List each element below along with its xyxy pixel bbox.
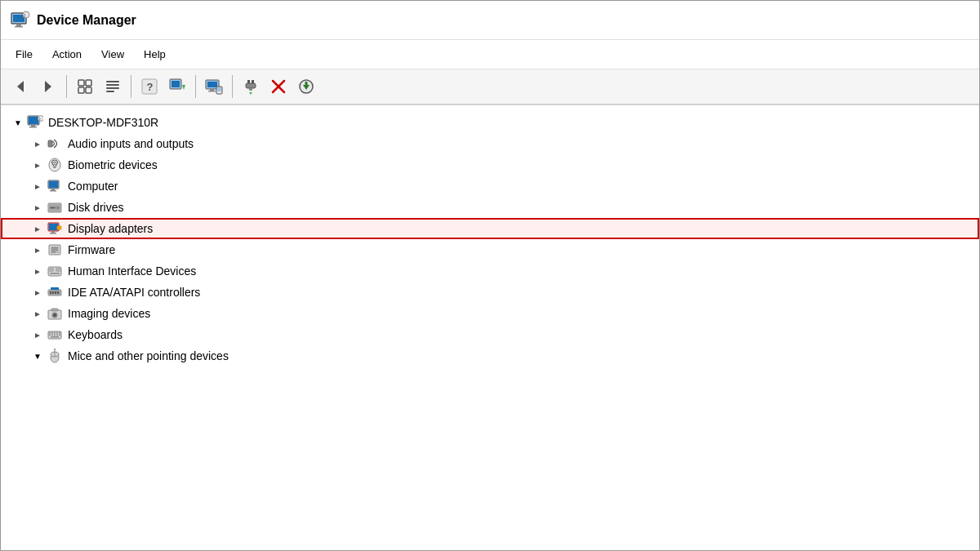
svg-rect-43 (48, 140, 52, 147)
svg-rect-58 (58, 227, 60, 229)
svg-rect-63 (51, 251, 56, 253)
svg-rect-61 (51, 247, 58, 249)
svg-rect-86 (51, 335, 53, 336)
root-expand-icon: ▼ (11, 115, 25, 130)
svg-rect-73 (57, 291, 59, 294)
svg-rect-90 (51, 336, 59, 338)
keyboard-icon (47, 327, 63, 343)
add-hardware-button[interactable] (238, 73, 264, 100)
svg-rect-30 (249, 88, 252, 91)
tree-item-keyboards[interactable]: ► Keyboards (1, 324, 979, 345)
hid-expand-icon: ► (30, 264, 45, 278)
svg-rect-67 (50, 273, 60, 274)
svg-text:?: ? (147, 81, 154, 93)
show-devices-button[interactable] (201, 73, 227, 100)
computer-expand-icon: ► (30, 179, 45, 193)
tree-item-diskdrives[interactable]: ► Disk drives (1, 197, 979, 218)
mice-expand-icon: ▼ (30, 349, 45, 363)
audio-label: Audio inputs and outputs (68, 137, 194, 150)
keyboard-expand-icon: ► (30, 327, 45, 342)
keyboards-label: Keyboards (68, 328, 122, 341)
menu-help[interactable]: Help (136, 45, 174, 64)
tree-item-hid[interactable]: ► Human Interface Devices (1, 260, 979, 282)
imaging-label: Imaging devices (68, 307, 150, 320)
svg-rect-14 (106, 87, 119, 89)
svg-rect-70 (50, 291, 51, 294)
svg-rect-29 (246, 83, 256, 88)
svg-rect-85 (49, 335, 51, 336)
svg-rect-87 (54, 335, 56, 336)
tree-item-mice[interactable]: ▼ Mice and other pointing devices (1, 345, 979, 367)
svg-rect-47 (51, 189, 55, 190)
tree-item-computer[interactable]: ► Computer (1, 176, 979, 197)
menu-action[interactable]: Action (44, 45, 90, 64)
computer-node-icon (47, 178, 63, 194)
svg-rect-12 (106, 81, 119, 82)
scan-button[interactable] (164, 73, 190, 100)
ide-expand-icon: ► (30, 285, 45, 300)
svg-rect-65 (49, 268, 54, 272)
svg-marker-20 (182, 85, 185, 90)
device-manager-window: ! Device Manager File Action View Help (0, 0, 980, 551)
svg-text:!: ! (24, 13, 26, 18)
uninstall-button[interactable] (265, 73, 292, 100)
update-driver-button[interactable] (100, 73, 126, 100)
audio-expand-icon: ► (30, 136, 45, 151)
svg-point-94 (54, 349, 56, 350)
svg-rect-23 (210, 89, 214, 91)
firmware-label: Firmware (68, 243, 115, 256)
tree-item-biometric[interactable]: ► Biometric devices (1, 154, 979, 176)
svg-rect-10 (78, 87, 84, 93)
hid-icon (47, 263, 63, 279)
svg-rect-24 (208, 91, 216, 92)
svg-marker-31 (249, 92, 252, 95)
svg-rect-19 (172, 81, 180, 87)
disk-icon (47, 199, 63, 216)
svg-point-51 (56, 207, 60, 210)
svg-rect-46 (49, 181, 58, 188)
svg-rect-89 (59, 335, 60, 336)
tree-item-displayadapters[interactable]: ► Display adapters (1, 218, 979, 239)
hid-label: Human Interface Devices (68, 264, 196, 278)
ide-label: IDE ATA/ATAPI controllers (68, 286, 200, 299)
svg-rect-8 (78, 80, 84, 86)
svg-rect-62 (51, 250, 58, 251)
download-button[interactable] (293, 73, 319, 100)
display-adapters-label: Display adapters (68, 222, 153, 235)
title-bar-text: Device Manager (37, 13, 136, 28)
disk-label: Disk drives (68, 201, 123, 214)
svg-rect-22 (207, 82, 217, 87)
svg-point-77 (53, 313, 56, 317)
svg-rect-72 (55, 291, 56, 294)
svg-rect-84 (59, 332, 60, 334)
svg-rect-56 (50, 233, 56, 234)
svg-rect-55 (51, 231, 55, 233)
svg-rect-83 (56, 332, 58, 334)
svg-marker-6 (17, 81, 24, 92)
menu-file[interactable]: File (7, 45, 41, 64)
tree-item-ide[interactable]: ► IDE ATA/ATAPI controllers (1, 282, 979, 303)
display-adapter-icon (47, 220, 63, 237)
svg-rect-88 (56, 335, 58, 336)
tree-item-audio[interactable]: ► Audio inputs and outputs (1, 133, 979, 154)
tree-item-firmware[interactable]: ► Firmware (1, 239, 979, 260)
back-button[interactable] (7, 73, 33, 100)
tree-item-imaging[interactable]: ► Imaging devices (1, 303, 979, 324)
menu-view[interactable]: View (93, 45, 132, 64)
ide-icon (47, 284, 63, 300)
svg-rect-48 (50, 190, 56, 192)
toolbar-sep-2 (131, 75, 131, 98)
toolbar-sep-3 (195, 75, 196, 98)
properties-button[interactable] (72, 73, 98, 100)
biometric-icon (47, 157, 63, 173)
svg-rect-74 (51, 287, 59, 290)
menu-bar: File Action View Help (1, 40, 979, 69)
forward-button[interactable] (35, 73, 61, 100)
svg-rect-78 (51, 309, 58, 311)
tree-root-item[interactable]: ▼ ! DESKTOP-MDF310R (1, 112, 979, 133)
svg-rect-38 (29, 117, 38, 124)
toolbar: ? (1, 69, 979, 105)
help-button[interactable]: ? (136, 73, 163, 100)
disk-expand-icon: ► (30, 200, 45, 215)
title-bar: ! Device Manager (1, 1, 979, 40)
